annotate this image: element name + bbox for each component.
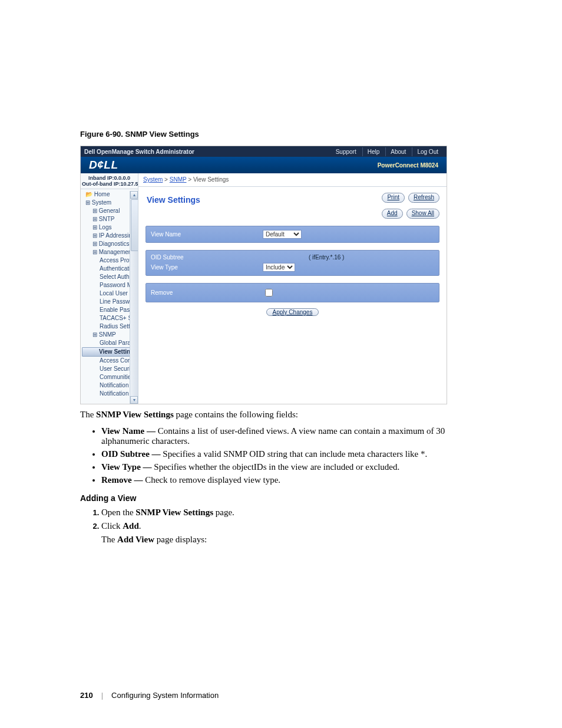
- crumb-current: View Settings: [193, 176, 229, 183]
- apply-changes-button[interactable]: Apply Changes: [266, 308, 319, 316]
- view-type-select[interactable]: Included: [263, 263, 295, 272]
- step-1: Open the SNMP View Settings page.: [101, 508, 494, 518]
- oid-type-block: OID Subtree ( ifEntry.*.16 ) View Type I…: [146, 250, 439, 276]
- print-button[interactable]: Print: [382, 193, 405, 203]
- scroll-thumb[interactable]: [131, 199, 138, 251]
- steps-list: Open the SNMP View Settings page. Click …: [80, 508, 494, 545]
- footer-separator: |: [101, 691, 103, 700]
- field-bullet: View Type — Specifies whether the object…: [101, 462, 494, 472]
- topbar-links: Support Help About Log Out: [331, 147, 443, 156]
- field-bullet: View Name — Contains a list of user-defi…: [101, 426, 494, 446]
- view-name-select[interactable]: Default: [263, 230, 302, 239]
- page-footer: 210 | Configuring System Information: [80, 691, 494, 700]
- inband-ip: Inband IP:0.0.0.0: [82, 175, 137, 181]
- step-2: Click Add. The Add View page displays:: [101, 521, 494, 545]
- view-name-label: View Name: [151, 231, 263, 238]
- field-bullet: Remove — Check to remove displayed view …: [101, 475, 494, 485]
- outband-ip: Out-of-band IP:10.27.5.31: [82, 181, 137, 187]
- panel-title: View Settings: [146, 193, 201, 207]
- app-window: Dell OpenManage Switch Administrator Sup…: [80, 146, 447, 404]
- crumb-system[interactable]: System: [143, 176, 163, 183]
- main-content: System > SNMP > View Settings View Setti…: [138, 173, 447, 404]
- footer-section: Configuring System Information: [111, 691, 219, 700]
- topbar-link-help[interactable]: Help: [362, 147, 385, 156]
- breadcrumb: System > SNMP > View Settings: [138, 173, 447, 187]
- adding-a-view-heading: Adding a View: [80, 493, 494, 503]
- oid-subtree-label: OID Subtree: [151, 254, 263, 261]
- app-brandbar: D¢LL PowerConnect M8024: [81, 157, 447, 173]
- topbar-link-support[interactable]: Support: [331, 147, 361, 156]
- sidebar-ip-block: Inband IP:0.0.0.0 Out-of-band IP:10.27.5…: [81, 173, 138, 189]
- sidebar: Inband IP:0.0.0.0 Out-of-band IP:10.27.5…: [81, 173, 138, 404]
- view-type-label: View Type: [151, 264, 263, 271]
- remove-checkbox[interactable]: [265, 289, 273, 297]
- scroll-up-icon[interactable]: ▴: [130, 191, 138, 199]
- refresh-button[interactable]: Refresh: [408, 193, 439, 203]
- model-label: PowerConnect M8024: [378, 162, 438, 169]
- topbar-link-logout[interactable]: Log Out: [412, 147, 443, 156]
- scrollbar[interactable]: ▴ ▾: [130, 191, 138, 404]
- field-bullet: OID Subtree — Specifies a valid SNMP OID…: [101, 449, 494, 459]
- field-bullet-list: View Name — Contains a list of user-defi…: [80, 426, 494, 485]
- dell-logo: D¢LL: [89, 159, 118, 172]
- add-button[interactable]: Add: [382, 209, 403, 219]
- crumb-snmp[interactable]: SNMP: [170, 176, 187, 183]
- oid-subtree-hint: ( ifEntry.*.16 ): [309, 254, 344, 261]
- intro-paragraph: The SNMP View Settings page contains the…: [80, 409, 494, 420]
- figure-caption: Figure 6-90. SNMP View Settings: [80, 130, 494, 139]
- app-topbar: Dell OpenManage Switch Administrator Sup…: [81, 146, 447, 157]
- topbar-link-about[interactable]: About: [385, 147, 411, 156]
- remove-block: Remove: [146, 283, 439, 302]
- topbar-title: Dell OpenManage Switch Administrator: [84, 149, 194, 155]
- view-name-block: View Name Default: [146, 226, 439, 243]
- scroll-down-icon[interactable]: ▾: [130, 396, 138, 404]
- show-all-button[interactable]: Show All: [406, 209, 439, 219]
- page-number: 210: [80, 691, 93, 700]
- remove-label: Remove: [151, 289, 263, 296]
